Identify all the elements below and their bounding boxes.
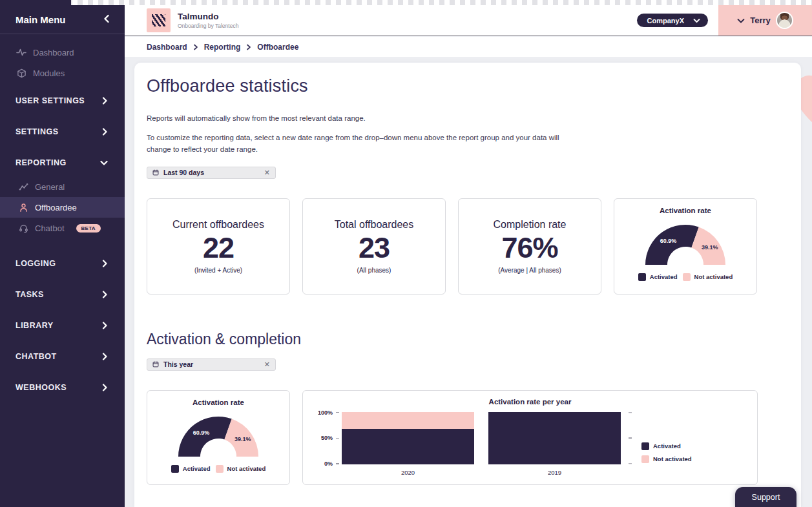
sidebar-item-general[interactable]: General <box>0 176 125 197</box>
activation-donut-chart: 60.9% 39.1% <box>640 220 731 265</box>
chip-label: Last 90 days <box>163 169 264 176</box>
chart-title: Activation rate per year <box>303 398 757 406</box>
stat-title: Total offboardees <box>335 219 413 231</box>
line-chart-icon <box>18 182 28 192</box>
breadcrumb-dashboard[interactable]: Dashboard <box>147 43 187 52</box>
chip-close-icon[interactable]: ✕ <box>264 169 270 176</box>
breadcrumb: Dashboard Reporting Offboardee <box>125 37 812 57</box>
stats-row: Current offboardees 22 (Invited + Active… <box>147 198 789 295</box>
y-axis: 100% 50% 0% <box>311 412 342 464</box>
sidebar-section-user-settings[interactable]: USER SETTINGS <box>0 87 125 114</box>
sidebar-section-tasks[interactable]: TASKS <box>0 281 125 308</box>
breadcrumb-reporting[interactable]: Reporting <box>204 43 241 52</box>
half-donut-chart <box>173 411 264 457</box>
legend-swatch <box>683 273 691 281</box>
legend-swatch <box>171 465 179 473</box>
legend-item-not-activated: Not activated <box>216 465 266 473</box>
calendar-icon <box>152 361 159 367</box>
stat-value: 76% <box>501 232 557 264</box>
stat-card-current-offboardees: Current offboardees 22 (Invited + Active… <box>147 198 290 295</box>
sidebar-section-webhooks[interactable]: WEBHOOKS <box>0 374 125 401</box>
top-header: Talmundo Onboarding by Talentech Company… <box>125 5 812 36</box>
donut-value-activated: 60.9% <box>193 429 210 436</box>
sidebar-section-chatbot[interactable]: CHATBOT <box>0 343 125 370</box>
brand-subtitle: Onboarding by Talentech <box>178 23 238 29</box>
stat-card-completion-rate: Completion rate 76% (Average | All phase… <box>458 198 601 295</box>
chevron-down-icon <box>100 160 108 166</box>
sidebar-item-offboardee[interactable]: Offboardee <box>0 197 125 218</box>
sidebar-section-settings[interactable]: SETTINGS <box>0 118 125 145</box>
bar-segment-not-activated <box>342 412 474 429</box>
chart-legend: Activated Not activated <box>638 273 733 281</box>
sidebar-item-dashboard[interactable]: Dashboard <box>0 42 125 63</box>
sidebar-section-library[interactable]: LIBRARY <box>0 312 125 339</box>
sidebar-title: Main Menu <box>16 14 66 25</box>
chevron-down-icon <box>693 17 700 25</box>
user-menu[interactable]: Terry <box>718 5 812 36</box>
brand-name: Talmundo <box>178 12 238 21</box>
user-name: Terry <box>750 16 771 25</box>
sidebar: Main Menu Dashboard Modules USER SETTING… <box>0 5 125 507</box>
description-line-1: Reports will automatically show from the… <box>147 113 789 124</box>
activity-icon <box>16 47 26 57</box>
sidebar-section-reporting[interactable]: REPORTING <box>0 149 125 176</box>
chevron-right-icon <box>193 44 198 50</box>
sidebar-item-label: General <box>35 182 65 192</box>
plot-area <box>342 412 621 464</box>
date-filter-chip-last-90-days[interactable]: Last 90 days ✕ <box>147 167 276 179</box>
support-button[interactable]: Support <box>735 487 796 507</box>
transparency-strip <box>0 0 812 5</box>
chevron-right-icon <box>101 353 108 360</box>
sidebar-item-chatbot[interactable]: Chatbot BETA <box>0 218 125 238</box>
half-donut-chart <box>640 220 731 265</box>
chip-close-icon[interactable]: ✕ <box>264 361 270 368</box>
cube-icon <box>16 68 26 78</box>
date-filter-chip-this-year[interactable]: This year ✕ <box>147 358 276 371</box>
stat-subtitle: (Invited + Active) <box>194 267 242 274</box>
right-ticks <box>621 412 639 464</box>
x-label-2020: 2020 <box>342 469 474 476</box>
stat-title: Current offboardees <box>172 219 264 231</box>
sidebar-item-label: Modules <box>33 68 65 78</box>
legend-item-not-activated: Not activated <box>683 273 733 281</box>
x-axis-labels: 2020 2019 <box>342 469 757 476</box>
stat-subtitle: (Average | All phases) <box>498 267 561 274</box>
legend-item-activated: Activated <box>638 273 678 281</box>
activation-rate-card-2: Activation rate 60.9% 39.1% Activated No… <box>147 390 290 485</box>
activation-donut-chart: 60.9% 39.1% <box>173 411 264 457</box>
talmundo-logo <box>147 8 171 32</box>
stat-value: 22 <box>203 232 234 264</box>
breadcrumb-offboardee[interactable]: Offboardee <box>257 43 298 52</box>
sidebar-list: Dashboard Modules USER SETTINGS SETTINGS… <box>0 34 125 401</box>
chevron-right-icon <box>246 44 251 50</box>
chevron-right-icon <box>101 260 108 267</box>
activation-rate-card: Activation rate 60.9% 39.1% Activated No… <box>614 198 757 295</box>
bar-segment-activated <box>342 429 474 464</box>
bar-segment-activated <box>488 412 621 464</box>
x-label-2019: 2019 <box>488 469 621 476</box>
beta-badge: BETA <box>76 224 101 233</box>
company-selector[interactable]: CompanyX <box>637 14 708 27</box>
legend-swatch <box>638 273 646 281</box>
activation-rate-per-year-card: Activation rate per year 100% 50% 0% <box>302 390 758 485</box>
logo-slashes-icon <box>152 14 165 26</box>
chevron-right-icon <box>101 97 108 105</box>
charts-row: Activation rate 60.9% 39.1% Activated No… <box>147 390 789 485</box>
legend-item-activated: Activated <box>641 442 692 450</box>
avatar[interactable] <box>776 12 793 29</box>
chart-legend: Activated Not activated <box>171 465 265 473</box>
y-tick: 50% <box>321 435 339 441</box>
sidebar-header: Main Menu <box>0 5 125 34</box>
chart-title: Activation rate <box>660 207 711 214</box>
sidebar-collapse-button[interactable] <box>103 14 110 25</box>
brand: Talmundo Onboarding by Talentech <box>178 12 238 29</box>
page-title: Offboardee statistics <box>147 76 789 96</box>
sidebar-item-label: Dashboard <box>33 48 74 57</box>
sidebar-item-modules[interactable]: Modules <box>0 63 125 83</box>
bar-2020 <box>342 412 474 464</box>
donut-value-activated: 60.9% <box>660 238 677 244</box>
sidebar-section-logging[interactable]: LOGGING <box>0 250 125 277</box>
chip-label: This year <box>163 360 264 368</box>
bar-chart: 100% 50% 0% <box>303 412 757 464</box>
headset-icon <box>18 223 28 233</box>
